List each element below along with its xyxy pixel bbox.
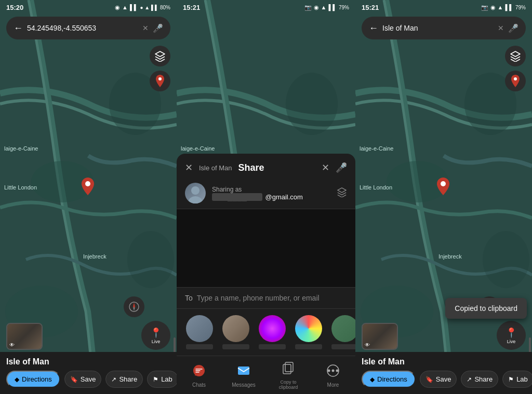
- location-icon-left: ◉: [115, 4, 120, 11]
- contact-item-4[interactable]: [294, 315, 323, 349]
- share-mic-btn[interactable]: 🎤: [336, 162, 347, 173]
- sharing-as-label: Sharing as: [212, 186, 330, 193]
- chats-label: Chats: [192, 382, 206, 388]
- svg-point-15: [189, 196, 202, 203]
- to-input-placeholder[interactable]: Type a name, phone number, or email: [197, 294, 320, 302]
- nav-messages[interactable]: Messages: [225, 364, 262, 388]
- layers-btn-right[interactable]: [505, 46, 526, 66]
- contact-avatar-5: [331, 315, 355, 342]
- close-icon-right[interactable]: ✕: [498, 24, 504, 32]
- live-btn-left[interactable]: 📍 Live: [141, 321, 170, 350]
- contact-item-2[interactable]: [221, 315, 250, 349]
- signal-icon-middle: ▌▌: [328, 4, 337, 10]
- map-label-little-london-right: Little London: [360, 184, 392, 191]
- share-icon-left: ↗: [111, 376, 116, 383]
- share-to-field[interactable]: To Type a name, phone number, or email: [177, 287, 355, 309]
- mic-icon-right[interactable]: 🎤: [508, 23, 518, 33]
- more-icon: [326, 364, 340, 381]
- bottom-bar-left: Isle of Man ◆ Directions 🔖 Save ↗ Share …: [0, 352, 177, 394]
- share-dismiss-btn[interactable]: ✕: [322, 162, 329, 173]
- battery-middle: 79%: [339, 5, 349, 10]
- share-header: ✕ Isle of Man Share ✕ 🎤: [177, 154, 355, 178]
- status-icons-left: ◉ ▲ ▌▌ ● ▲ ▌▌ 80%: [115, 4, 170, 11]
- svg-marker-8: [133, 303, 135, 308]
- share-btn-left[interactable]: ↗ Share: [105, 371, 143, 388]
- share-account[interactable]: Sharing as ████ @gmail.com: [177, 178, 355, 209]
- contacts-dark-area: [177, 209, 355, 287]
- bottom-nav-middle: Chats Messages Copy toclipboard More: [177, 356, 355, 394]
- location-title-right: Isle of Man: [362, 357, 526, 366]
- contact-item-5[interactable]: [330, 315, 355, 349]
- right-panel: 15:21 📷 ◉ ▲ ▌▌ 79% ← Isle of Man ✕ 🎤 lai…: [355, 0, 532, 394]
- saved-location-btn-right[interactable]: [505, 71, 526, 91]
- search-coordinates: 54.245498,-4.550653: [27, 24, 138, 32]
- status-bar-left: 15:20 ◉ ▲ ▌▌ ● ▲ ▌▌ 80%: [0, 0, 177, 15]
- close-icon-left[interactable]: ✕: [142, 24, 149, 32]
- status-time-left: 15:20: [6, 4, 23, 11]
- recent-contacts-row: [177, 309, 355, 356]
- toast-copied: Copied to clipboard: [445, 298, 527, 319]
- flag-icon-right: ⚑: [508, 376, 514, 383]
- search-bar-right[interactable]: ← Isle of Man ✕ 🎤: [362, 17, 526, 39]
- share-title: Share: [238, 162, 315, 173]
- saved-location-btn-left[interactable]: [150, 71, 170, 91]
- directions-diamond-icon-right: ◆: [370, 376, 375, 383]
- share-sheet: ✕ Isle of Man Share ✕ 🎤 Sharing as ████ …: [177, 154, 355, 394]
- map-label-injebreck-right: Injebreck: [438, 253, 462, 260]
- share-close-btn[interactable]: ✕: [185, 162, 193, 173]
- save-btn-right[interactable]: 🔖 Save: [420, 371, 457, 388]
- user-avatar: [185, 183, 206, 203]
- camera-icon-right: 📷: [481, 4, 488, 11]
- nav-copy[interactable]: Copy toclipboard: [270, 361, 307, 390]
- svg-point-22: [336, 369, 339, 372]
- copy-label: Copy toclipboard: [279, 379, 298, 390]
- more-label: More: [327, 382, 339, 388]
- nav-chats[interactable]: Chats: [181, 364, 217, 388]
- compass-btn-left[interactable]: [124, 296, 144, 317]
- directions-btn-left[interactable]: ◆ Directions: [6, 371, 60, 388]
- location-marker-left: [81, 176, 95, 197]
- svg-point-12: [286, 73, 338, 135]
- status-bar-right: 15:21 📷 ◉ ▲ ▌▌ 79%: [355, 0, 532, 15]
- street-view-thumb-left[interactable]: 👁: [6, 323, 43, 350]
- contact-item-3[interactable]: [258, 315, 287, 349]
- search-bar-left[interactable]: ← 54.245498,-4.550653 ✕ 🎤: [6, 17, 170, 39]
- label-btn-right[interactable]: ⚑ Lab: [502, 371, 532, 388]
- street-view-thumb-right[interactable]: 👁: [362, 323, 398, 350]
- bottom-bar-right: Isle of Man ◆ Directions 🔖 Save ↗ Share …: [355, 352, 532, 394]
- directions-btn-right[interactable]: ◆ Directions: [362, 371, 416, 388]
- svg-point-14: [191, 186, 200, 195]
- contact-item-1[interactable]: [185, 315, 214, 349]
- camera-icon-middle: 📷: [304, 4, 312, 11]
- toast-text: Copied to clipboard: [455, 304, 517, 313]
- status-icons-middle: 📷 ◉ ▲ ▌▌ 79%: [304, 4, 350, 11]
- wifi-icon-left: ▲: [122, 4, 128, 10]
- messages-label: Messages: [232, 382, 256, 388]
- svg-rect-19: [283, 364, 291, 374]
- svg-point-28: [483, 231, 529, 288]
- map-label-little-london-left: Little London: [4, 184, 37, 191]
- layers-icon-share: [337, 187, 347, 200]
- nav-more[interactable]: More: [315, 364, 351, 388]
- live-btn-right[interactable]: 📍 Live: [497, 321, 526, 350]
- battery-left: ● ▲ ▌▌ 80%: [140, 5, 170, 10]
- middle-panel: 15:21 📷 ◉ ▲ ▌▌ 79% laige-e-Caine Little …: [177, 0, 355, 394]
- wifi-icon-right: ▲: [498, 4, 503, 10]
- location-title-left: Isle of Man: [6, 357, 170, 366]
- action-buttons-right: ◆ Directions 🔖 Save ↗ Share ⚑ Lab: [362, 371, 526, 388]
- to-label: To: [185, 294, 193, 302]
- wifi-icon-middle: ▲: [321, 4, 327, 10]
- map-label-laige-middle: laige-e-Caine: [181, 145, 215, 152]
- back-arrow-right[interactable]: ←: [369, 23, 378, 34]
- share-btn-right[interactable]: ↗ Share: [461, 371, 498, 388]
- messages-icon: [237, 364, 250, 381]
- live-label-right: Live: [507, 339, 516, 344]
- label-btn-left[interactable]: ⚑ Lab: [147, 371, 177, 388]
- save-btn-left[interactable]: 🔖 Save: [64, 371, 102, 388]
- svg-point-6: [85, 181, 90, 186]
- layers-btn-left[interactable]: [150, 46, 170, 66]
- mic-icon-left[interactable]: 🎤: [153, 23, 163, 33]
- status-time-right: 15:21: [362, 4, 379, 11]
- back-arrow-left[interactable]: ←: [14, 23, 23, 34]
- contact-avatar-3: [259, 315, 286, 342]
